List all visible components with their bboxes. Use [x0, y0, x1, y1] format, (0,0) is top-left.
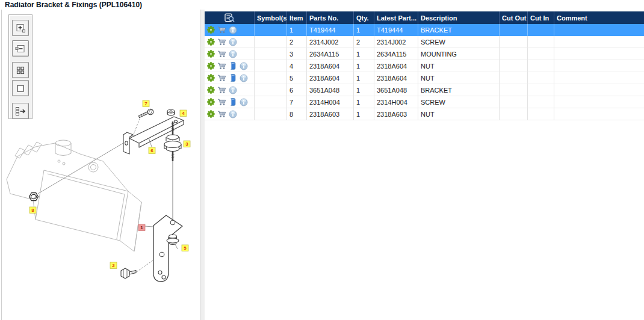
cell-description: SCREW [418, 96, 500, 108]
send-to-list-button[interactable] [12, 103, 29, 119]
cart-icon[interactable] [217, 50, 226, 58]
book-icon[interactable] [228, 62, 237, 70]
table-row[interactable]: 63651A04813651A048BRACKET [205, 84, 644, 96]
info-icon[interactable] [228, 38, 237, 46]
parts-table: Symbol(s) Item Parts No. Qty. Latest Par… [205, 11, 644, 120]
cell-comment [554, 72, 644, 84]
gear-icon[interactable] [206, 38, 215, 46]
table-row[interactable]: 1T4194441T419444BRACKET [205, 24, 644, 36]
cell-item: 5 [287, 72, 307, 84]
cart-icon[interactable] [217, 110, 226, 118]
gear-icon[interactable] [206, 110, 215, 118]
info-icon[interactable] [228, 50, 237, 58]
column-header-cut-in[interactable]: Cut In [528, 11, 554, 24]
table-row[interactable]: 52318A60412318A604NUT [205, 72, 644, 84]
row-actions [205, 48, 255, 60]
info-icon[interactable] [239, 74, 248, 82]
table-row[interactable]: 42318A60412318A604NUT [205, 60, 644, 72]
grid-view-button[interactable] [12, 62, 29, 78]
zoom-out-button[interactable] [12, 40, 29, 57]
cell-cut_out [500, 60, 528, 72]
row-actions [205, 36, 255, 48]
cart-icon[interactable] [217, 74, 226, 82]
cell-comment [554, 24, 644, 36]
column-header-actions[interactable] [205, 11, 255, 24]
cell-item: 2 [287, 36, 307, 48]
cell-qty: 1 [354, 84, 374, 96]
callout-5[interactable]: 5 [182, 245, 188, 251]
table-row[interactable]: 32634A11512634A115MOUNTING [205, 48, 644, 60]
cart-icon[interactable] [217, 98, 226, 106]
gear-icon[interactable] [206, 62, 215, 70]
cell-symbols [255, 60, 287, 72]
page-title: Radiator Bracket & Fixings (PPL106410) [0, 0, 644, 10]
table-row[interactable]: 82318A60312318A603NUT [205, 108, 644, 120]
callout-4[interactable]: 4 [180, 110, 187, 117]
single-view-button[interactable] [12, 80, 29, 96]
column-header-symbols[interactable]: Symbol(s) [255, 11, 287, 24]
column-header-description[interactable]: Description [418, 11, 500, 24]
column-header-latest-part[interactable]: Latest Part... [374, 11, 418, 24]
svg-text:3: 3 [185, 141, 188, 147]
callout-1[interactable]: 1 [138, 224, 145, 231]
gear-icon[interactable] [206, 74, 215, 82]
column-header-comment[interactable]: Comment [554, 11, 644, 24]
cell-parts_no: 2318A604 [307, 72, 354, 84]
cell-item: 7 [287, 96, 307, 108]
cart-icon[interactable] [217, 38, 226, 46]
column-header-item[interactable]: Item [287, 11, 307, 24]
cell-qty: 1 [354, 60, 374, 72]
callout-2[interactable]: 2 [110, 262, 117, 269]
svg-text:4: 4 [182, 111, 185, 116]
cell-cut_out [500, 72, 528, 84]
cell-cut_in [528, 60, 554, 72]
gear-icon[interactable] [206, 50, 215, 58]
cell-comment [554, 84, 644, 96]
info-icon[interactable] [239, 62, 248, 70]
cell-parts_no: 2318A603 [307, 108, 354, 120]
engine-sketch [7, 140, 141, 251]
info-icon[interactable] [239, 98, 248, 106]
column-header-cut-out[interactable]: Cut Out [500, 11, 528, 24]
diagram-toolbar [8, 14, 33, 119]
column-header-parts-no[interactable]: Parts No. [307, 11, 354, 24]
cell-cut_out [500, 96, 528, 108]
callout-7[interactable]: 7 [143, 100, 149, 107]
info-icon[interactable] [228, 110, 237, 118]
column-header-qty[interactable]: Qty. [354, 11, 374, 24]
cell-parts_no: 2314H004 [307, 96, 354, 108]
cell-symbols [255, 24, 287, 36]
cell-cut_in [528, 84, 554, 96]
info-icon[interactable] [228, 26, 237, 34]
book-icon[interactable] [228, 98, 237, 106]
cell-cut_out [500, 108, 528, 120]
callout-8[interactable]: 8 [29, 207, 36, 214]
gear-icon[interactable] [206, 98, 215, 106]
diagram-panel: 74368152 [1, 10, 200, 320]
cell-cut_out [500, 24, 528, 36]
cell-description: NUT [418, 60, 500, 72]
gear-icon[interactable] [206, 86, 215, 94]
cell-parts_no: 2314J002 [307, 36, 354, 48]
info-icon[interactable] [228, 86, 237, 94]
cell-parts_no: T419444 [307, 24, 354, 36]
callout-6[interactable]: 6 [149, 147, 155, 154]
row-actions [205, 108, 255, 120]
table-row[interactable]: 22314J00222314J002SCREW [205, 36, 644, 48]
table-row[interactable]: 72314H00412314H004SCREW [205, 96, 644, 108]
send-to-list-icon [15, 106, 26, 116]
row-actions [205, 84, 255, 96]
cell-latest_part: 2314H004 [374, 96, 418, 108]
cell-description: BRACKET [418, 84, 500, 96]
cell-item: 4 [287, 60, 307, 72]
zoom-in-button[interactable] [12, 20, 29, 36]
cart-icon[interactable] [217, 26, 226, 34]
gear-icon[interactable] [206, 26, 215, 34]
cell-description: MOUNTING [418, 48, 500, 60]
cart-icon[interactable] [217, 62, 226, 70]
cart-icon[interactable] [217, 86, 226, 94]
cell-comment [554, 36, 644, 48]
cell-symbols [255, 48, 287, 60]
book-icon[interactable] [228, 74, 237, 82]
callout-3[interactable]: 3 [184, 141, 190, 147]
